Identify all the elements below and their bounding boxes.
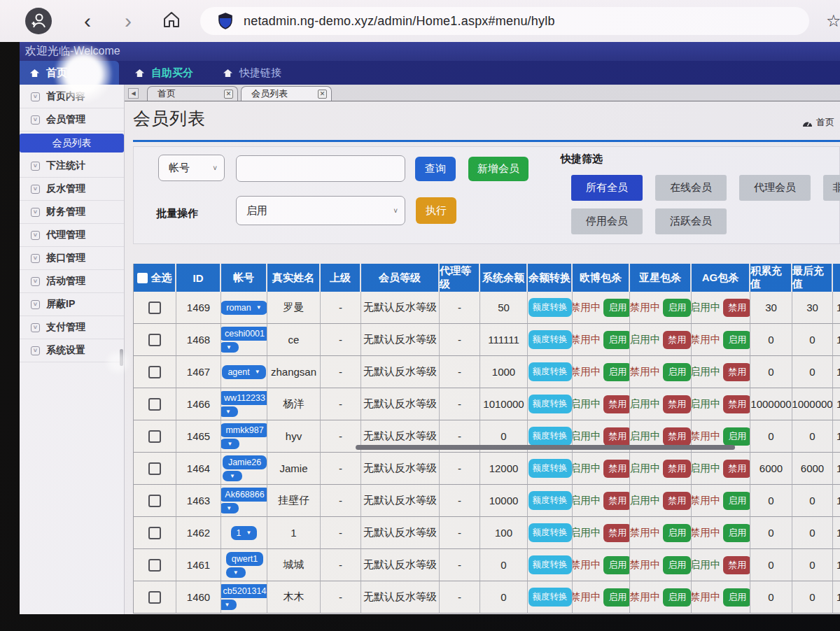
sidebar-item[interactable]: ˅接口管理 — [20, 247, 124, 270]
document-tab[interactable]: 会员列表✕ — [241, 86, 332, 101]
browser-home-button[interactable] — [162, 10, 181, 31]
yx-toggle-button[interactable]: 禁用 — [663, 331, 691, 349]
sidebar-item[interactable]: ˅反水管理 — [20, 178, 124, 201]
tabstrip-scroll-left-icon[interactable]: ◀ — [128, 88, 139, 99]
ag-toggle-button[interactable]: 启用 — [723, 331, 750, 349]
oubo-toggle-button[interactable]: 禁用 — [603, 395, 630, 413]
sidebar-scrollbar[interactable] — [120, 349, 123, 366]
row-checkbox[interactable] — [148, 495, 161, 507]
account-pill[interactable]: roman▼ — [221, 301, 267, 315]
yx-toggle-button[interactable]: 启用 — [663, 299, 691, 317]
oubo-toggle-button[interactable]: 禁用 — [603, 460, 630, 478]
sidebar-item[interactable]: ˅代理管理 — [20, 224, 124, 247]
row-checkbox[interactable] — [148, 334, 161, 346]
row-checkbox[interactable] — [148, 527, 161, 539]
batch-action-select[interactable]: 启用˅ — [236, 196, 405, 225]
quick-filter-button[interactable]: 在线会员 — [655, 175, 727, 201]
oubo-toggle-button[interactable]: 禁用 — [603, 427, 630, 446]
yx-toggle-button[interactable]: 启用 — [663, 556, 691, 574]
oubo-toggle-button[interactable]: 禁用 — [603, 524, 630, 542]
browser-profile-icon[interactable] — [25, 8, 52, 34]
yx-toggle-button[interactable]: 禁用 — [663, 460, 691, 478]
account-pill[interactable]: Ak668866 — [221, 488, 267, 502]
account-pill[interactable]: ww112233 — [221, 391, 267, 405]
select-all-checkbox[interactable] — [137, 273, 148, 283]
account-dropdown-caret[interactable]: ▼ — [221, 600, 237, 610]
account-pill[interactable]: qwert1 — [226, 552, 264, 566]
account-dropdown-caret[interactable]: ▼ — [221, 503, 239, 513]
transfer-quota-button[interactable]: 额度转换 — [528, 588, 572, 607]
search-field-select[interactable]: 帐号˅ — [158, 155, 225, 181]
account-dropdown-caret[interactable]: ▼ — [221, 439, 239, 449]
quick-filter-button[interactable]: 所有全员 — [571, 175, 643, 201]
back-button[interactable]: ‹ — [84, 10, 91, 31]
sidebar-item[interactable]: ˅活动管理 — [20, 270, 124, 293]
row-checkbox[interactable] — [148, 559, 161, 572]
transfer-quota-button[interactable]: 额度转换 — [528, 395, 572, 413]
sidebar-item[interactable]: ˅会员管理 — [20, 108, 124, 132]
ag-toggle-button[interactable]: 启用 — [723, 524, 750, 542]
oubo-toggle-button[interactable]: 启用 — [603, 588, 630, 607]
close-tab-icon[interactable]: ✕ — [318, 90, 327, 99]
transfer-quota-button[interactable]: 额度转换 — [528, 427, 572, 446]
row-checkbox[interactable] — [148, 462, 161, 475]
horizontal-scrollbar[interactable] — [356, 445, 735, 450]
transfer-quota-button[interactable]: 额度转换 — [528, 491, 572, 510]
bookmark-star-icon[interactable]: ☆ — [826, 11, 840, 31]
yx-toggle-button[interactable]: 禁用 — [663, 395, 691, 413]
transfer-quota-button[interactable]: 额度转换 — [528, 362, 572, 381]
yx-toggle-button[interactable]: 启用 — [663, 524, 691, 542]
row-checkbox[interactable] — [148, 591, 161, 604]
ag-toggle-button[interactable]: 启用 — [723, 588, 750, 607]
ag-toggle-button[interactable]: 启用 — [723, 427, 750, 446]
transfer-quota-button[interactable]: 额度转换 — [528, 298, 572, 317]
document-tab[interactable]: 首页✕ — [147, 86, 238, 101]
search-input[interactable] — [236, 155, 405, 182]
sidebar-item[interactable]: ˅支付管理 — [20, 316, 124, 339]
sidebar-item[interactable]: ˅系统设置 — [20, 339, 124, 362]
sidebar-item-active[interactable]: 会员列表 — [20, 134, 124, 153]
sidebar-item[interactable]: ˅下注统计 — [20, 155, 124, 178]
row-checkbox[interactable] — [148, 430, 161, 443]
forward-button[interactable]: › — [125, 10, 132, 31]
oubo-toggle-button[interactable]: 启用 — [603, 556, 630, 574]
oubo-toggle-button[interactable]: 禁用 — [603, 492, 630, 510]
account-dropdown-caret[interactable]: ▼ — [221, 342, 239, 353]
ag-toggle-button[interactable]: 禁用 — [723, 460, 750, 478]
oubo-toggle-button[interactable]: 启用 — [603, 331, 630, 349]
ag-toggle-button[interactable]: 启用 — [723, 492, 750, 510]
sidebar-item[interactable]: ˅首页内容 — [20, 85, 124, 108]
quick-filter-button[interactable]: 非代理会员 — [823, 175, 840, 201]
row-checkbox[interactable] — [148, 302, 161, 314]
yx-toggle-button[interactable]: 禁用 — [663, 492, 691, 510]
transfer-quota-button[interactable]: 额度转换 — [528, 459, 572, 478]
account-dropdown-caret[interactable]: ▼ — [255, 369, 260, 375]
nav-tab-self-buy[interactable]: 自助买分 — [125, 61, 203, 85]
sidebar-item[interactable]: ˅屏蔽IP — [20, 293, 124, 316]
account-dropdown-caret[interactable]: ▼ — [246, 530, 252, 536]
ag-toggle-button[interactable]: 禁用 — [723, 395, 750, 413]
account-dropdown-caret[interactable]: ▼ — [223, 471, 242, 481]
execute-button[interactable]: 执行 — [416, 197, 456, 224]
account-dropdown-caret[interactable]: ▼ — [256, 304, 262, 311]
account-dropdown-caret[interactable]: ▼ — [226, 567, 246, 578]
account-pill[interactable]: 1▼ — [231, 526, 258, 540]
nav-tab-home[interactable]: 首页 — [20, 61, 119, 85]
account-pill[interactable]: agent▼ — [222, 365, 265, 379]
add-member-button[interactable]: 新增会员 — [468, 157, 528, 181]
address-bar[interactable]: netadmin.ng-demo.xyz/admin/Home1.aspx#me… — [200, 7, 809, 35]
account-dropdown-caret[interactable]: ▼ — [221, 406, 238, 417]
account-pill[interactable]: ceshi0001 — [221, 327, 267, 341]
quick-filter-button[interactable]: 停用会员 — [571, 208, 643, 234]
ag-toggle-button[interactable]: 禁用 — [723, 363, 750, 381]
account-pill[interactable]: Jamie26 — [223, 455, 267, 469]
oubo-toggle-button[interactable]: 启用 — [603, 363, 630, 381]
account-pill[interactable]: cb5201314 — [221, 584, 267, 598]
quick-filter-button[interactable]: 代理会员 — [739, 175, 811, 201]
yx-toggle-button[interactable]: 禁用 — [663, 427, 691, 446]
transfer-quota-button[interactable]: 额度转换 — [528, 555, 572, 574]
row-checkbox[interactable] — [148, 398, 161, 411]
yx-toggle-button[interactable]: 启用 — [663, 588, 691, 607]
transfer-quota-button[interactable]: 额度转换 — [528, 330, 572, 349]
query-button[interactable]: 查询 — [415, 157, 456, 181]
